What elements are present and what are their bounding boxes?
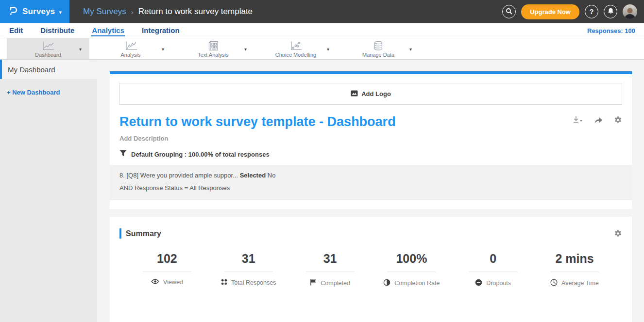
stat-value: 102 bbox=[126, 251, 208, 266]
chevron-down-icon[interactable]: ▾ bbox=[327, 46, 329, 51]
sidebar-item-my-dashboard[interactable]: My Dashboard bbox=[0, 60, 97, 79]
divider bbox=[224, 272, 273, 272]
stat-label: Viewed bbox=[163, 279, 183, 286]
grid-dots-icon bbox=[221, 279, 227, 287]
scatter-chart-icon bbox=[289, 41, 302, 51]
add-logo-button[interactable]: Add Logo bbox=[119, 83, 622, 105]
toolbar-item-text-analysis[interactable]: Text Analysis ▾ bbox=[172, 38, 254, 59]
stat-viewed: 102 Viewed bbox=[126, 251, 208, 288]
summary-accent-bar bbox=[119, 228, 121, 239]
survey-nav: Edit Distribute Analytics Integration Re… bbox=[0, 23, 644, 38]
filter-rule-text: 8. [Q8] Were you provided ample suppor..… bbox=[119, 172, 238, 179]
document-grid-icon bbox=[207, 41, 219, 51]
toolbar-item-label: Choice Modelling bbox=[275, 52, 316, 58]
dashboard-sidebar: My Dashboard + New Dashboard bbox=[0, 60, 97, 322]
completion-icon bbox=[383, 279, 390, 288]
add-logo-label: Add Logo bbox=[361, 90, 391, 97]
image-icon bbox=[351, 90, 358, 98]
summary-settings-button[interactable] bbox=[614, 229, 622, 238]
filter-rules-box: 8. [Q8] Were you provided ample suppor..… bbox=[110, 165, 632, 200]
toolbar-item-label: Text Analysis bbox=[198, 52, 229, 58]
product-switcher[interactable]: Surveys ▾ bbox=[0, 0, 69, 23]
chevron-down-icon[interactable]: ▾ bbox=[79, 46, 82, 51]
breadcrumb-my-surveys[interactable]: My Surveys bbox=[83, 7, 126, 16]
share-icon[interactable] bbox=[594, 116, 603, 124]
toolbar-item-choice-modelling[interactable]: Choice Modelling ▾ bbox=[254, 38, 337, 59]
top-header: Surveys ▾ My Surveys › Return to work su… bbox=[0, 0, 644, 23]
stat-value: 0 bbox=[452, 251, 534, 266]
breadcrumb-current-survey: Return to work survey template bbox=[138, 7, 253, 16]
filter-summary-text: Default Grouping : 100.00% of total resp… bbox=[131, 151, 270, 158]
filter-rule: AND Response Status = All Responses bbox=[119, 184, 622, 192]
avatar[interactable] bbox=[623, 4, 637, 19]
dashboard-title[interactable]: Return to work survey template - Dashboa… bbox=[119, 114, 396, 129]
eye-icon bbox=[151, 279, 159, 286]
stat-label: Completion Rate bbox=[394, 280, 440, 287]
tab-integration[interactable]: Integration bbox=[141, 25, 180, 36]
toolbar-item-manage-data[interactable]: Manage Data ▾ bbox=[337, 38, 420, 59]
summary-stats: 102 Viewed 31 bbox=[110, 251, 632, 288]
stat-completed: 31 Completed bbox=[289, 251, 371, 288]
header-actions: Upgrade Now ? bbox=[502, 4, 637, 19]
analytics-toolbar: Dashboard ▾ Analysis ▾ Text Analysis ▾ bbox=[0, 38, 644, 60]
divider bbox=[387, 272, 436, 272]
upgrade-now-button[interactable]: Upgrade Now bbox=[521, 4, 579, 19]
line-chart-icon bbox=[41, 41, 54, 51]
dashboard-header-card: Add Logo Return to work survey template … bbox=[110, 71, 632, 209]
flag-icon bbox=[310, 279, 317, 287]
breadcrumb-separator: › bbox=[131, 8, 134, 16]
clock-icon bbox=[550, 279, 558, 288]
stat-value: 100% bbox=[371, 251, 452, 266]
stat-total-responses: 31 Total Responses bbox=[208, 251, 289, 288]
tab-analytics[interactable]: Analytics bbox=[91, 25, 125, 36]
default-grouping-filter[interactable]: Default Grouping : 100.00% of total resp… bbox=[119, 150, 622, 159]
stat-average-time: 2 mins Average Time bbox=[534, 251, 615, 288]
breadcrumb: My Surveys › Return to work survey templ… bbox=[83, 7, 253, 16]
stat-dropouts: 0 Dropouts bbox=[452, 251, 534, 288]
funnel-icon bbox=[119, 150, 127, 159]
question-mark-icon: ? bbox=[590, 8, 594, 16]
gear-icon[interactable] bbox=[614, 116, 622, 124]
dashboard-content: Add Logo Return to work survey template … bbox=[97, 60, 644, 322]
summary-title: Summary bbox=[126, 229, 161, 238]
help-button[interactable]: ? bbox=[585, 5, 598, 18]
chevron-down-icon: ▾ bbox=[59, 9, 62, 16]
database-icon bbox=[373, 41, 384, 51]
bell-icon bbox=[608, 8, 614, 16]
toolbar-item-label: Manage Data bbox=[362, 52, 394, 58]
stat-value: 31 bbox=[208, 251, 289, 266]
add-description-button[interactable]: Add Description bbox=[119, 135, 622, 142]
divider bbox=[306, 272, 355, 272]
filter-rule-value: No bbox=[268, 172, 276, 179]
stat-value: 2 mins bbox=[534, 251, 615, 266]
notifications-button[interactable] bbox=[604, 5, 617, 18]
stat-label: Average Time bbox=[561, 280, 599, 287]
toolbar-item-label: Dashboard bbox=[35, 52, 61, 58]
search-button[interactable] bbox=[502, 5, 516, 18]
toolbar-item-analysis[interactable]: Analysis ▾ bbox=[89, 38, 172, 59]
responses-count: Responses: 100 bbox=[587, 27, 635, 34]
tab-distribute[interactable]: Distribute bbox=[40, 25, 75, 36]
tab-edit[interactable]: Edit bbox=[9, 25, 23, 36]
stat-label: Dropouts bbox=[486, 280, 511, 287]
chevron-down-icon[interactable]: ▾ bbox=[244, 46, 247, 51]
download-button[interactable] bbox=[573, 116, 583, 124]
toolbar-item-dashboard[interactable]: Dashboard ▾ bbox=[7, 38, 89, 59]
new-dashboard-button[interactable]: + New Dashboard bbox=[7, 89, 97, 96]
filter-rule-operator: Selected bbox=[240, 172, 266, 179]
stat-label: Completed bbox=[321, 280, 350, 287]
divider bbox=[143, 272, 191, 272]
divider bbox=[469, 272, 517, 272]
chevron-down-icon[interactable]: ▾ bbox=[409, 46, 412, 51]
chevron-down-icon[interactable]: ▾ bbox=[162, 46, 164, 51]
search-icon bbox=[506, 8, 512, 16]
analysis-chart-icon bbox=[124, 41, 137, 51]
minus-circle-icon bbox=[475, 279, 482, 288]
stat-label: Total Responses bbox=[231, 279, 276, 286]
sidebar-item-label: My Dashboard bbox=[8, 65, 55, 74]
stat-value: 31 bbox=[289, 251, 371, 266]
brand-logo-icon bbox=[8, 5, 18, 18]
app-window: Surveys ▾ My Surveys › Return to work su… bbox=[0, 0, 644, 322]
toolbar-item-label: Analysis bbox=[121, 52, 141, 58]
divider bbox=[550, 272, 599, 272]
